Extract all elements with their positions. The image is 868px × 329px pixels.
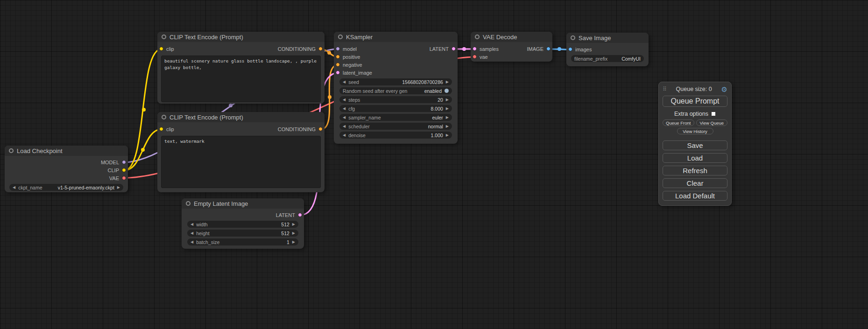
load-default-button[interactable]: Load Default (663, 191, 727, 201)
combo-next-icon[interactable]: ▶ (446, 125, 449, 128)
port-label: vae (480, 54, 488, 60)
images-input-dot[interactable] (568, 47, 572, 51)
combo-next-icon[interactable]: ▶ (292, 240, 295, 244)
batch-size-widget[interactable]: ◀ batch_size 1 ▶ (187, 238, 298, 245)
combo-next-icon[interactable]: ▶ (446, 133, 449, 137)
queue-front-button[interactable]: Queue Front (663, 119, 694, 126)
node-title-bar[interactable]: KSampler (334, 32, 458, 42)
combo-next-icon[interactable]: ▶ (292, 231, 295, 235)
node-collapse-dot[interactable] (338, 35, 343, 39)
widget-value: 156680208700286 (402, 79, 443, 85)
scheduler-widget[interactable]: ◀ scheduler normal ▶ (339, 123, 452, 130)
node-ksampler[interactable]: KSampler model LATENT positive (334, 32, 458, 144)
save-button[interactable]: Save (663, 140, 727, 150)
node-title-bar[interactable]: CLIP Text Encode (Prompt) (157, 112, 325, 122)
node-title-bar[interactable]: VAE Decode (471, 32, 552, 42)
ckpt-name-widget[interactable]: ◀ ckpt_name v1-5-pruned-emaonly.ckpt ▶ (9, 184, 123, 191)
vae-output-dot[interactable] (122, 176, 126, 180)
filename-prefix-widget[interactable]: filename_prefix ComfyUI (571, 55, 644, 62)
steps-widget[interactable]: ◀ steps 20 ▶ (339, 96, 452, 103)
combo-prev-icon[interactable]: ◀ (343, 98, 346, 102)
node-save-image[interactable]: Save Image images filename_prefix ComfyU… (566, 33, 649, 66)
latent-output-dot[interactable] (452, 47, 456, 51)
combo-prev-icon[interactable]: ◀ (191, 223, 193, 226)
latent-image-input-dot[interactable] (336, 70, 340, 75)
node-clip-text-encode-negative[interactable]: CLIP Text Encode (Prompt) clip CONDITION… (157, 112, 325, 192)
denoise-widget[interactable]: ◀ denoise 1.000 ▶ (339, 132, 452, 139)
node-collapse-dot[interactable] (162, 115, 166, 119)
samples-input-dot[interactable] (473, 47, 477, 51)
widget-name: seed (348, 79, 359, 85)
node-load-checkpoint[interactable]: Load Checkpoint MODEL CLIP VAE (5, 146, 128, 192)
negative-prompt-textarea[interactable]: text, watermark (161, 136, 321, 188)
port-label: CONDITIONING (278, 46, 316, 52)
random-seed-toggle[interactable]: Random seed after every gen enabled (339, 87, 452, 94)
node-collapse-dot[interactable] (571, 35, 575, 40)
width-widget[interactable]: ◀ width 512 ▶ (187, 221, 298, 228)
node-title-bar[interactable]: CLIP Text Encode (Prompt) (157, 32, 325, 42)
node-collapse-dot[interactable] (186, 201, 191, 206)
combo-next-icon[interactable]: ▶ (446, 98, 449, 102)
node-clip-text-encode-positive[interactable]: CLIP Text Encode (Prompt) clip CONDITION… (157, 32, 325, 104)
toggle-indicator[interactable] (445, 89, 449, 93)
combo-next-icon[interactable]: ▶ (446, 80, 449, 84)
node-collapse-dot[interactable] (475, 35, 480, 39)
combo-prev-icon[interactable]: ◀ (343, 116, 346, 119)
sampler-name-widget[interactable]: ◀ sampler_name euler ▶ (339, 114, 452, 121)
queue-prompt-button[interactable]: Queue Prompt (663, 96, 727, 107)
model-output-dot[interactable] (122, 160, 126, 164)
vae-input-dot[interactable] (473, 55, 477, 59)
node-empty-latent-image[interactable]: Empty Latent Image LATENT ◀ width 512 ▶ … (182, 198, 304, 249)
view-queue-button[interactable]: View Queue (696, 119, 728, 126)
settings-gear-icon[interactable]: ⚙ (721, 86, 727, 93)
combo-next-icon[interactable]: ▶ (117, 186, 120, 189)
clip-output-dot[interactable] (122, 168, 126, 172)
combo-next-icon[interactable]: ▶ (446, 116, 449, 119)
load-button[interactable]: Load (663, 153, 727, 163)
refresh-button[interactable]: Refresh (663, 166, 727, 175)
combo-next-icon[interactable]: ▶ (446, 107, 449, 111)
widget-value: v1-5-pruned-emaonly.ckpt (58, 185, 114, 190)
image-output-dot[interactable] (546, 47, 550, 51)
combo-prev-icon[interactable]: ◀ (191, 231, 193, 235)
port-label: negative (343, 62, 362, 68)
widget-value: 512 (281, 222, 289, 227)
node-graph-canvas[interactable]: Load Checkpoint MODEL CLIP VAE (0, 0, 868, 329)
combo-prev-icon[interactable]: ◀ (191, 240, 193, 244)
height-widget[interactable]: ◀ height 512 ▶ (187, 230, 298, 237)
node-collapse-dot[interactable] (162, 35, 166, 39)
combo-prev-icon[interactable]: ◀ (343, 133, 346, 137)
drag-handle-icon[interactable]: ⠿ (663, 86, 667, 92)
positive-prompt-textarea[interactable]: beautiful scenery nature glass bottle la… (161, 56, 321, 102)
port-label: IMAGE (527, 46, 543, 52)
widget-value: euler (432, 115, 443, 120)
seed-widget[interactable]: ◀ seed 156680208700286 ▶ (339, 78, 452, 85)
combo-next-icon[interactable]: ▶ (292, 223, 295, 226)
port-label: samples (480, 46, 499, 52)
positive-input-dot[interactable] (336, 55, 340, 59)
node-collapse-dot[interactable] (9, 148, 14, 153)
combo-prev-icon[interactable]: ◀ (343, 107, 346, 111)
negative-input-dot[interactable] (336, 63, 340, 67)
combo-prev-icon[interactable]: ◀ (343, 80, 346, 84)
latent-output-dot[interactable] (298, 213, 302, 217)
model-input-dot[interactable] (336, 47, 340, 51)
comfy-menu-panel: ⠿ Queue size: 0 ⚙ Queue Prompt Extra opt… (658, 82, 732, 206)
conditioning-output-dot[interactable] (318, 47, 323, 51)
clear-button[interactable]: Clear (663, 178, 727, 188)
clip-input-dot[interactable] (159, 47, 163, 51)
node-vae-decode[interactable]: VAE Decode samples IMAGE vae (471, 32, 552, 62)
output-port-image: IMAGE (527, 46, 550, 52)
node-title-bar[interactable]: Load Checkpoint (5, 146, 128, 156)
widget-value: 1.000 (431, 133, 443, 138)
input-port-negative: negative (336, 62, 362, 68)
node-title-bar[interactable]: Empty Latent Image (182, 198, 304, 209)
conditioning-output-dot[interactable] (318, 127, 323, 131)
cfg-widget[interactable]: ◀ cfg 8.000 ▶ (339, 105, 452, 112)
extra-options-checkbox[interactable] (711, 112, 716, 116)
node-title-bar[interactable]: Save Image (566, 33, 649, 43)
view-history-button[interactable]: View History (677, 128, 713, 134)
combo-prev-icon[interactable]: ◀ (343, 125, 346, 128)
clip-input-dot[interactable] (159, 127, 163, 131)
combo-prev-icon[interactable]: ◀ (13, 186, 15, 189)
